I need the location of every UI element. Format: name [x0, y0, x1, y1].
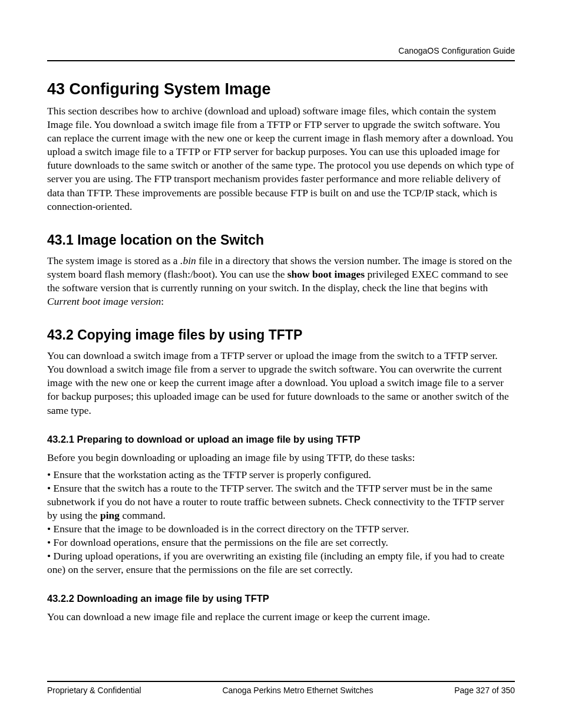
document-page: CanogaOS Configuration Guide 43 Configur… — [0, 0, 562, 728]
task-list: • Ensure that the workstation acting as … — [47, 468, 515, 577]
footer-left: Proprietary & Confidential — [47, 686, 141, 695]
bin-extension: .bin — [180, 255, 196, 266]
ping-cmd: ping — [100, 509, 120, 521]
subsection-43-2-2-paragraph: You can download a new image file and re… — [47, 610, 515, 624]
intro-paragraph: This section describes how to archive (d… — [47, 104, 515, 213]
current-boot-image-version: Current boot image version — [47, 295, 161, 307]
chapter-title: Configuring System Image — [70, 80, 271, 98]
page-header: CanogaOS Configuration Guide — [47, 46, 515, 61]
subsection-heading-43-2-2: 43.2.2 Downloading an image file by usin… — [47, 593, 515, 604]
section-43-1-paragraph: The system image is stored as a .bin fil… — [47, 254, 515, 308]
list-item: • Ensure that the workstation acting as … — [47, 468, 515, 482]
list-item: • Ensure that the switch has a route to … — [47, 482, 515, 522]
list-item: • During upload operations, if you are o… — [47, 549, 515, 577]
subsection-heading-43-2-1: 43.2.1 Preparing to download or upload a… — [47, 434, 515, 445]
list-item: • Ensure that the image to be downloaded… — [47, 522, 515, 536]
subsection-lead: Before you begin downloading or uploadin… — [47, 451, 515, 465]
doc-title: CanogaOS Configuration Guide — [398, 46, 515, 55]
footer-center: Canoga Perkins Metro Ethernet Switches — [222, 686, 373, 695]
section-heading-43-1: 43.1 Image location on the Switch — [47, 232, 515, 248]
text-fragment: command. — [120, 509, 166, 521]
text-fragment: The system image is stored as a — [47, 255, 180, 266]
chapter-heading: 43 Configuring System Image — [47, 80, 515, 98]
section-heading-43-2: 43.2 Copying image files by using TFTP — [47, 327, 515, 343]
section-43-2-paragraph: You can download a switch image from a T… — [47, 349, 515, 417]
chapter-number: 43 — [47, 80, 65, 98]
show-boot-images-cmd: show boot images — [287, 268, 365, 280]
list-item: • For download operations, ensure that t… — [47, 536, 515, 549]
footer-right: Page 327 of 350 — [454, 686, 515, 695]
text-fragment: : — [161, 295, 164, 307]
page-footer: Proprietary & Confidential Canoga Perkin… — [47, 681, 515, 695]
